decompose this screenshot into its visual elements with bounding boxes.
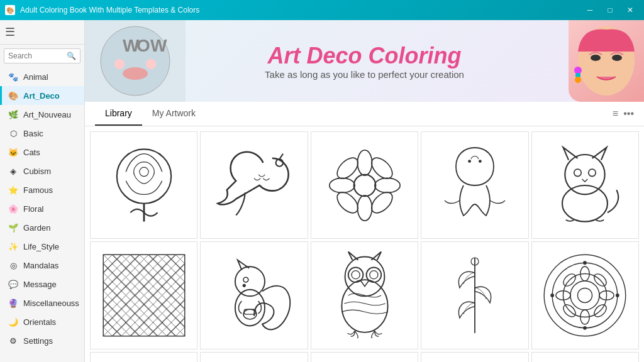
tab-my-artwork[interactable]: My Artwork (142, 102, 206, 126)
title-bar: 🎨 Adult Coloring Book With Multiple Temp… (0, 0, 644, 20)
svg-point-18 (353, 174, 375, 196)
banner-left-svg: W O W (91, 23, 179, 99)
svg-point-9 (612, 55, 622, 61)
sidebar-item-label: Miscellaneouss (23, 299, 79, 308)
sidebar-item-label: Mandalas (23, 261, 58, 270)
hamburger-icon[interactable]: ☰ (5, 25, 15, 39)
sidebar-item-mandalas[interactable]: ◎ Mandalas (0, 256, 84, 275)
tab-actions: ≡ ••• (613, 108, 634, 119)
gallery-item-owl[interactable] (311, 241, 418, 349)
sidebar-item-label: Basic (23, 129, 43, 138)
svg-point-22 (374, 178, 399, 192)
svg-point-46 (369, 271, 377, 279)
svg-point-51 (564, 274, 607, 317)
sidebar-item-settings[interactable]: ⚙ Settings (0, 331, 84, 350)
sidebar-item-message[interactable]: 💬 Message (0, 275, 84, 293)
svg-point-35 (235, 290, 265, 326)
sidebar-item-basic[interactable]: ⬡ Basic (0, 124, 84, 143)
sidebar-item-label: Floral (23, 204, 44, 214)
famous-icon: ⭐ (8, 185, 18, 195)
banner-center: Art Deco Coloring Take as long as you li… (265, 43, 464, 80)
garden-icon: 🌱 (8, 222, 18, 233)
mandalas-icon: ◎ (8, 260, 18, 270)
minimize-button[interactable]: ─ (581, 3, 599, 17)
gallery-item-geometric-pattern[interactable] (90, 241, 197, 349)
gallery-item-plant[interactable] (421, 241, 528, 349)
list-view-icon[interactable]: ≡ (613, 108, 618, 119)
sidebar-item-orientals[interactable]: 🌙 Orientals (0, 312, 84, 331)
svg-point-29 (562, 185, 608, 222)
sidebar-item-cats[interactable]: 🐱 Cats (0, 143, 84, 162)
app-icon: 🎨 (5, 5, 15, 15)
close-button[interactable]: ✕ (621, 3, 639, 17)
sidebar-item-cubism[interactable]: ◈ Cubism (0, 162, 84, 180)
sidebar-item-miscellaneouss[interactable]: 🔮 Miscellaneouss (0, 293, 84, 312)
sidebar-item-garden[interactable]: 🌱 Garden (0, 218, 84, 237)
gallery-grid: Sweet (90, 131, 639, 362)
sidebar-item-label: Famous (23, 185, 53, 195)
sidebar-item-lifestyle[interactable]: ✨ Life_Style (0, 237, 84, 256)
cubism-icon: ◈ (8, 166, 18, 176)
tab-library[interactable]: Library (95, 102, 142, 126)
gallery-item-grid-lines[interactable] (421, 352, 528, 362)
banner: W O W Art Deco Coloring Take as long as … (85, 20, 644, 102)
app-title: Adult Coloring Book With Multiple Templa… (20, 6, 199, 14)
gallery-item-owl2[interactable] (531, 352, 639, 362)
gallery-item-squirrel[interactable] (200, 241, 308, 349)
svg-point-64 (583, 326, 587, 330)
content-area: W O W Art Deco Coloring Take as long as … (85, 20, 644, 362)
svg-point-8 (591, 55, 601, 61)
svg-point-4 (123, 67, 148, 80)
gallery-item-scales[interactable] (200, 352, 308, 362)
svg-point-21 (329, 178, 354, 192)
gallery-item-star-pattern[interactable] (311, 352, 418, 362)
sidebar-item-label: Orientals (23, 317, 56, 327)
tabs-bar: Library My Artwork ≡ ••• (85, 102, 644, 126)
svg-point-12 (575, 77, 581, 83)
maximize-button[interactable]: □ (601, 3, 619, 17)
svg-point-31 (574, 169, 582, 177)
gallery-item-tree[interactable] (90, 131, 197, 239)
cats-icon: 🐱 (8, 147, 18, 157)
sidebar-item-label: Cats (23, 148, 40, 157)
sidebar-item-art-nouveau[interactable]: 🌿 Art_Nouveau (0, 105, 84, 124)
svg-point-42 (345, 257, 384, 297)
app-body: ☰ 🔍 🐾 Animal 🎨 Art_Deco 🌿 Art_Nouveau ⬡ … (0, 20, 644, 362)
banner-right-decoration (569, 20, 644, 102)
more-options-icon[interactable]: ••• (623, 108, 634, 119)
svg-point-15 (139, 167, 148, 176)
lifestyle-icon: ✨ (8, 241, 18, 251)
gallery-item-flower[interactable] (311, 131, 418, 239)
svg-point-50 (570, 281, 599, 310)
window-controls: ─ □ ✕ (581, 3, 639, 17)
orientals-icon: 🌙 (8, 317, 18, 327)
banner-face (569, 20, 644, 102)
sidebar-item-label: Life_Style (23, 242, 59, 251)
svg-point-30 (565, 155, 605, 194)
gallery: Sweet (85, 126, 644, 362)
search-bar: 🔍 (4, 48, 80, 63)
svg-point-43 (348, 268, 363, 283)
sidebar-item-animal[interactable]: 🐾 Animal (0, 67, 84, 86)
art-deco-icon: 🎨 (8, 90, 18, 101)
search-input[interactable] (4, 49, 63, 63)
banner-face-svg (572, 20, 641, 102)
sidebar-item-label: Message (23, 280, 57, 289)
search-button[interactable]: 🔍 (63, 49, 80, 63)
svg-point-65 (551, 293, 555, 297)
gallery-item-cat[interactable] (531, 131, 639, 239)
svg-point-36 (235, 266, 265, 296)
sidebar-item-label: Settings (23, 336, 53, 346)
sidebar: ☰ 🔍 🐾 Animal 🎨 Art_Deco 🌿 Art_Nouveau ⬡ … (0, 20, 85, 362)
svg-text:W: W (150, 36, 167, 55)
gallery-item-mermaid[interactable] (421, 131, 528, 239)
sidebar-item-label: Art_Deco (23, 91, 60, 101)
gallery-item-sweet[interactable]: Sweet (90, 352, 197, 362)
sidebar-item-art-deco[interactable]: 🎨 Art_Deco (0, 86, 84, 105)
svg-point-44 (366, 268, 381, 283)
sidebar-item-famous[interactable]: ⭐ Famous (0, 180, 84, 199)
gallery-item-chameleon[interactable] (200, 131, 308, 239)
sidebar-item-floral[interactable]: 🌸 Floral (0, 199, 84, 218)
sidebar-item-label: Cubism (23, 167, 51, 176)
gallery-item-mandala[interactable] (531, 241, 639, 349)
